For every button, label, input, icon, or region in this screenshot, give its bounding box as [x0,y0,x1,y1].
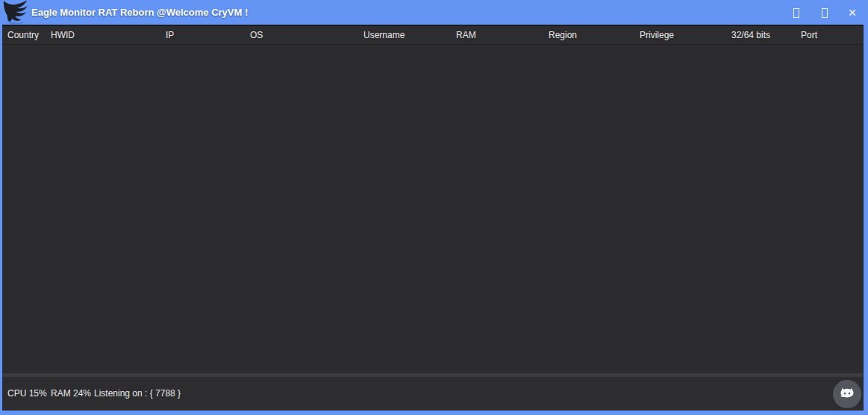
close-icon: × [849,5,857,20]
column-header-region[interactable]: Region [549,26,577,44]
column-header-username[interactable]: Username [363,26,405,44]
maximize-button[interactable] [817,5,833,20]
column-header-bits[interactable]: 32/64 bits [731,26,770,44]
app-window: Eagle Monitor RAT Reborn @Welcome CryVM … [0,0,868,415]
column-header-ip[interactable]: IP [166,26,174,44]
column-header-privilege[interactable]: Privilege [640,26,674,44]
github-octocat-icon [837,384,857,404]
window-title: Eagle Monitor RAT Reborn @Welcome CryVM … [31,0,248,25]
minimize-icon [793,8,799,18]
ram-usage-label: RAM 24% [51,377,91,411]
column-header-os[interactable]: OS [250,26,263,44]
column-header-country[interactable]: Country [7,26,39,44]
cpu-usage-label: CPU 15% [7,377,47,411]
eagle-logo-icon [1,0,30,25]
column-header-port[interactable]: Port [801,26,817,44]
github-button[interactable] [833,380,861,408]
status-bar: CPU 15% RAM 24% Listening on : { 7788 } [2,377,864,411]
window-border-bottom [0,411,868,415]
close-button[interactable]: × [844,5,861,20]
column-header-hwid[interactable]: HWID [51,26,75,44]
client-list-empty-area [2,45,864,373]
table-header: Country HWID IP OS Username RAM Region P… [0,26,864,44]
minimize-button[interactable] [788,5,805,20]
window-border-left [0,25,2,415]
window-border-right [864,25,868,415]
maximize-icon [822,8,828,18]
listening-port-label: Listening on : { 7788 } [94,377,181,411]
title-bar: Eagle Monitor RAT Reborn @Welcome CryVM … [0,0,868,25]
column-header-ram[interactable]: RAM [456,26,476,44]
